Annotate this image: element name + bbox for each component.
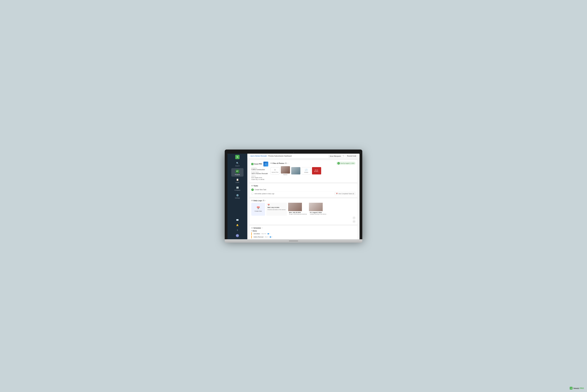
laptop-container: h 🔍 Search RT Projects 📋 Leads 🏢 Company	[225, 150, 362, 243]
log-thumbnail-2	[288, 203, 302, 211]
sidebar-notifications[interactable]: 🔔	[231, 223, 243, 228]
task-checkbox[interactable]	[251, 193, 253, 195]
schedule-item-name-debris: Debris Removal	[254, 236, 263, 238]
camera-dot	[293, 152, 294, 153]
log-date-1: Wed. July 10 2024	[268, 207, 286, 208]
daily-logs-count: (3)	[263, 200, 264, 201]
houzz-pro-logo: h	[251, 163, 253, 165]
kitchen-label: Kitchen	[283, 174, 287, 175]
address-line1: 9101 Maple Drive	[251, 177, 268, 179]
view-completed-label: View Completed Tasks (0)	[338, 193, 354, 194]
projects-avatar-icon: RT	[235, 170, 239, 173]
file-kitchen[interactable]: Kitchen	[281, 166, 290, 175]
search-icon: 🔍	[236, 162, 239, 165]
resend-invite-button[interactable]: Resend Invite	[346, 154, 358, 158]
laptop-base	[225, 239, 362, 243]
user-select[interactable]: Jesse Macqueen	[329, 155, 344, 158]
sidebar-help[interactable]: ?	[231, 228, 243, 233]
files-section-dots-icon	[270, 162, 272, 164]
calendar-icon: 📅	[336, 193, 338, 194]
create-task-plus-button[interactable]: +	[251, 188, 254, 191]
log-info-2: Mon. July 29 2024 Rough-in plumbing and …	[288, 211, 308, 216]
breadcrumb-arrow-left: ‹	[249, 155, 250, 157]
log-card-3[interactable]: Fri. August 2 2024 Installed flooring in…	[309, 203, 327, 216]
schedule-group-name: Demo	[253, 230, 257, 232]
profile-avatar-icon: RT	[236, 234, 239, 237]
settings-gear-icon: ⚙️	[236, 194, 239, 197]
messages-icon: ✉️	[236, 218, 239, 222]
schedule-group-toggle[interactable]: ▾	[251, 230, 252, 232]
schedule-item-dates-demolition: July 8-10	[261, 233, 266, 234]
sidebar-item-search[interactable]: 🔍 Search	[231, 160, 243, 168]
file-doc[interactable]: 07-13-24_Do...	[312, 167, 321, 174]
user-select-wrapper[interactable]: Jesse Macqueen	[329, 154, 344, 158]
files-photos-area: Files & Photos (4) › C Due by August 2, …	[270, 162, 356, 180]
crew-icon-2: 👥	[270, 236, 271, 238]
daily-logs-header: Daily Logs (3) ›	[251, 200, 356, 202]
file-upload-item[interactable]: ⬆ Upload Files	[270, 167, 280, 174]
due-text: Due by August 2, 2024	[340, 162, 354, 164]
contract-icon: 📄	[305, 169, 308, 172]
sidebar-item-projects[interactable]: RT Projects	[231, 168, 243, 176]
sidebar-item-company[interactable]: 🏢 Company	[231, 185, 243, 192]
leads-icon: 📋	[236, 178, 239, 181]
schedule-arrow-icon[interactable]: ›	[262, 227, 262, 229]
daily-logs-arrow-icon[interactable]: ›	[265, 200, 266, 201]
contract-thumbnail: 📄 Contract	[302, 167, 311, 174]
project-info: h houzz PRO CC Company Collins Construct…	[251, 162, 268, 180]
log-date-icon-1: 📅	[268, 204, 286, 206]
houzz-pro-logo-letter: h	[252, 163, 253, 165]
log-card-2[interactable]: Mon. July 29 2024 Rough-in plumbing and …	[288, 203, 308, 216]
laptop-notch	[289, 240, 298, 242]
notifications-bell-icon: 🔔	[236, 224, 239, 227]
file-contract[interactable]: 📄 Contract	[302, 167, 311, 174]
sidebar-logo-letter: h	[237, 156, 238, 158]
watermark-text-main: houzz	[574, 387, 579, 390]
schedule-item-crew-demolition: 👥 2	[268, 233, 270, 234]
sidebar-item-leads[interactable]: 📋 Leads	[231, 177, 243, 184]
breadcrumb-current: Preview Subcontractor Dashboard	[268, 155, 292, 157]
sidebar-profile[interactable]: RT	[231, 233, 243, 238]
log-date-2: Mon. July 29 2024	[289, 212, 307, 214]
breadcrumb-home[interactable]: Jane's Kitchen Remodel	[250, 155, 267, 157]
watermark-text: houzz PRO	[574, 387, 584, 390]
screen-wrapper: h 🔍 Search RT Projects 📋 Leads 🏢 Company	[225, 150, 362, 239]
doc-thumbnail: 07-13-24_Do...	[312, 167, 321, 174]
create-log-card[interactable]: 📅 Create New	[251, 203, 265, 216]
sidebar-item-settings[interactable]: ⚙️ Settings	[231, 192, 243, 200]
file-upload-box[interactable]: ⬆ Upload Files	[270, 167, 280, 174]
address-line2: Coast City, CA 98765	[251, 178, 268, 180]
doc-label: 07-13-24_Do...	[313, 170, 321, 172]
crew-icon: 👥	[268, 233, 269, 234]
sidebar: h 🔍 Search RT Projects 📋 Leads 🏢 Company	[227, 154, 247, 239]
create-log-icon: 📅	[256, 206, 260, 210]
logs-scroll-right-button[interactable]: ›	[353, 216, 356, 220]
log-card-1[interactable]: 📅 Wed. July 10 2024 Finished demolition …	[266, 203, 287, 216]
create-task-label[interactable]: Create New Task	[255, 189, 266, 190]
houzz-pro-header: h houzz PRO CC	[251, 162, 268, 166]
log-date-3: Fri. August 2 2024	[310, 212, 326, 214]
crew-count: 2	[269, 233, 270, 234]
log-desc-3: Installed flooring in the kitchen	[310, 214, 326, 215]
company-icon: 🏢	[236, 186, 239, 189]
file-photo[interactable]	[291, 167, 300, 174]
sidebar-messages[interactable]: ✉️	[231, 218, 243, 222]
tasks-section-title: Tasks	[253, 185, 258, 187]
sidebar-item-label: Leads	[236, 182, 239, 183]
daily-logs-section: Daily Logs (3) › 📅 Create New	[249, 198, 357, 224]
schedule-header: Schedule ›	[251, 227, 356, 229]
contract-label: Contract	[304, 172, 308, 173]
due-badge: C Due by August 2, 2024	[336, 162, 356, 165]
task-item-row: Add weekly update to Daily Logs 📅 View C…	[251, 192, 356, 196]
files-grid: ⬆ Upload Files Kitchen	[270, 166, 356, 175]
files-section-arrow-icon[interactable]: ›	[288, 162, 288, 164]
log-thumbnail-3	[309, 203, 323, 211]
sidebar-logo: h	[235, 155, 240, 159]
tasks-section-header: Tasks	[251, 185, 356, 187]
task-item-text: Add weekly update to Daily Logs	[254, 193, 274, 194]
project-header-area: h houzz PRO CC Company Collins Construct…	[249, 160, 357, 182]
crew-count-2: 2	[271, 236, 272, 238]
view-completed-button[interactable]: 📅 View Completed Tasks (0)	[335, 192, 356, 195]
screen: h 🔍 Search RT Projects 📋 Leads 🏢 Company	[227, 154, 360, 239]
logs-scroll-right-button-2[interactable]: ›	[353, 220, 356, 223]
